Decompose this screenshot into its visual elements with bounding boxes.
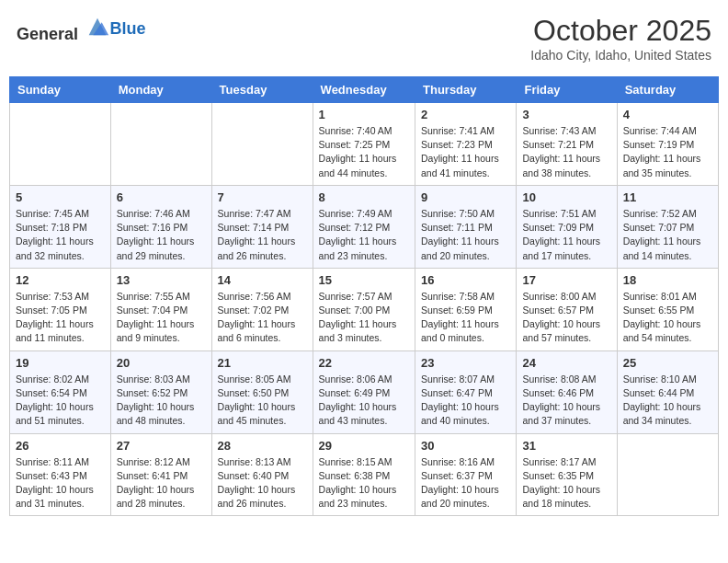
calendar-cell: 11Sunrise: 7:52 AM Sunset: 7:07 PM Dayli…: [617, 185, 718, 268]
day-number: 25: [623, 356, 712, 370]
day-number: 21: [218, 356, 307, 370]
day-info: Sunrise: 7:46 AM Sunset: 7:16 PM Dayligh…: [117, 207, 206, 263]
day-info: Sunrise: 8:17 AM Sunset: 6:35 PM Dayligh…: [522, 455, 610, 511]
day-number: 15: [319, 273, 409, 287]
day-number: 1: [319, 108, 409, 121]
page-header: General Blue October 2025 Idaho City, Id…: [9, 9, 719, 67]
day-info: Sunrise: 7:45 AM Sunset: 7:18 PM Dayligh…: [16, 207, 105, 263]
calendar-week-2: 5Sunrise: 7:45 AM Sunset: 7:18 PM Daylig…: [10, 185, 719, 268]
calendar-cell: [110, 103, 211, 186]
day-info: Sunrise: 7:57 AM Sunset: 7:00 PM Dayligh…: [319, 290, 409, 346]
day-number: 28: [218, 439, 307, 453]
calendar-cell: 29Sunrise: 8:15 AM Sunset: 6:38 PM Dayli…: [313, 433, 415, 516]
weekday-header-friday: Friday: [517, 77, 617, 103]
calendar-cell: 1Sunrise: 7:40 AM Sunset: 7:25 PM Daylig…: [313, 103, 415, 186]
calendar-week-1: 1Sunrise: 7:40 AM Sunset: 7:25 PM Daylig…: [10, 103, 719, 186]
location: Idaho City, Idaho, United States: [530, 48, 711, 63]
calendar-week-4: 19Sunrise: 8:02 AM Sunset: 6:54 PM Dayli…: [10, 350, 719, 433]
day-number: 17: [522, 273, 610, 287]
day-info: Sunrise: 7:47 AM Sunset: 7:14 PM Dayligh…: [218, 207, 307, 263]
day-info: Sunrise: 7:43 AM Sunset: 7:21 PM Dayligh…: [522, 124, 610, 180]
calendar-cell: 2Sunrise: 7:41 AM Sunset: 7:23 PM Daylig…: [415, 103, 517, 186]
calendar-cell: 14Sunrise: 7:56 AM Sunset: 7:02 PM Dayli…: [211, 268, 313, 350]
logo-general: General: [17, 25, 78, 43]
day-info: Sunrise: 7:58 AM Sunset: 6:59 PM Dayligh…: [421, 290, 510, 346]
day-number: 18: [623, 273, 712, 287]
calendar-cell: 26Sunrise: 8:11 AM Sunset: 6:43 PM Dayli…: [10, 433, 111, 516]
logo-icon: [85, 14, 110, 40]
day-number: 23: [421, 356, 510, 370]
day-number: 8: [319, 190, 409, 204]
day-number: 7: [218, 190, 307, 204]
calendar-table: SundayMondayTuesdayWednesdayThursdayFrid…: [9, 76, 719, 516]
day-number: 9: [421, 190, 510, 204]
calendar-cell: 7Sunrise: 7:47 AM Sunset: 7:14 PM Daylig…: [211, 185, 313, 268]
day-number: 16: [421, 273, 510, 287]
calendar-cell: 5Sunrise: 7:45 AM Sunset: 7:18 PM Daylig…: [10, 185, 111, 268]
day-info: Sunrise: 8:01 AM Sunset: 6:55 PM Dayligh…: [623, 290, 712, 346]
calendar-cell: 10Sunrise: 7:51 AM Sunset: 7:09 PM Dayli…: [517, 185, 617, 268]
weekday-header-tuesday: Tuesday: [211, 77, 313, 103]
day-number: 22: [319, 356, 409, 370]
day-number: 2: [421, 108, 510, 121]
day-number: 20: [117, 356, 206, 370]
day-info: Sunrise: 8:12 AM Sunset: 6:41 PM Dayligh…: [117, 455, 206, 511]
day-info: Sunrise: 8:00 AM Sunset: 6:57 PM Dayligh…: [522, 290, 610, 346]
calendar-cell: 9Sunrise: 7:50 AM Sunset: 7:11 PM Daylig…: [415, 185, 517, 268]
weekday-header-wednesday: Wednesday: [313, 77, 415, 103]
calendar-cell: 18Sunrise: 8:01 AM Sunset: 6:55 PM Dayli…: [617, 268, 718, 350]
calendar-cell: 31Sunrise: 8:17 AM Sunset: 6:35 PM Dayli…: [517, 433, 617, 516]
day-number: 27: [117, 439, 206, 453]
day-number: 26: [16, 439, 105, 453]
day-number: 10: [522, 190, 610, 204]
day-info: Sunrise: 8:07 AM Sunset: 6:47 PM Dayligh…: [421, 373, 510, 429]
calendar-cell: 4Sunrise: 7:44 AM Sunset: 7:19 PM Daylig…: [617, 103, 718, 186]
day-info: Sunrise: 8:02 AM Sunset: 6:54 PM Dayligh…: [16, 373, 105, 429]
weekday-header-monday: Monday: [110, 77, 211, 103]
calendar-week-3: 12Sunrise: 7:53 AM Sunset: 7:05 PM Dayli…: [10, 268, 719, 350]
calendar-cell: 17Sunrise: 8:00 AM Sunset: 6:57 PM Dayli…: [517, 268, 617, 350]
weekday-header-thursday: Thursday: [415, 77, 517, 103]
day-number: 29: [319, 439, 409, 453]
calendar-cell: 25Sunrise: 8:10 AM Sunset: 6:44 PM Dayli…: [617, 350, 718, 433]
day-info: Sunrise: 8:03 AM Sunset: 6:52 PM Dayligh…: [117, 373, 206, 429]
day-info: Sunrise: 8:13 AM Sunset: 6:40 PM Dayligh…: [218, 455, 307, 511]
day-info: Sunrise: 8:16 AM Sunset: 6:37 PM Dayligh…: [421, 455, 510, 511]
day-number: 30: [421, 439, 510, 453]
day-number: 31: [522, 439, 610, 453]
day-number: 19: [16, 356, 105, 370]
calendar-cell: 27Sunrise: 8:12 AM Sunset: 6:41 PM Dayli…: [110, 433, 211, 516]
day-info: Sunrise: 7:52 AM Sunset: 7:07 PM Dayligh…: [623, 207, 712, 263]
logo: General Blue: [17, 14, 146, 44]
calendar-cell: 28Sunrise: 8:13 AM Sunset: 6:40 PM Dayli…: [211, 433, 313, 516]
day-info: Sunrise: 7:49 AM Sunset: 7:12 PM Dayligh…: [319, 207, 409, 263]
day-info: Sunrise: 7:41 AM Sunset: 7:23 PM Dayligh…: [421, 124, 510, 180]
calendar-cell: 22Sunrise: 8:06 AM Sunset: 6:49 PM Dayli…: [313, 350, 415, 433]
day-info: Sunrise: 8:15 AM Sunset: 6:38 PM Dayligh…: [319, 455, 409, 511]
weekday-header-row: SundayMondayTuesdayWednesdayThursdayFrid…: [10, 77, 719, 103]
day-number: 13: [117, 273, 206, 287]
title-area: October 2025 Idaho City, Idaho, United S…: [530, 14, 711, 63]
calendar-week-5: 26Sunrise: 8:11 AM Sunset: 6:43 PM Dayli…: [10, 433, 719, 516]
day-number: 14: [218, 273, 307, 287]
day-number: 12: [16, 273, 105, 287]
calendar-cell: [617, 433, 718, 516]
calendar-cell: 30Sunrise: 8:16 AM Sunset: 6:37 PM Dayli…: [415, 433, 517, 516]
day-number: 5: [16, 190, 105, 204]
logo-blue: Blue: [110, 19, 146, 38]
calendar-cell: 20Sunrise: 8:03 AM Sunset: 6:52 PM Dayli…: [110, 350, 211, 433]
day-number: 4: [623, 108, 712, 121]
day-number: 6: [117, 190, 206, 204]
month-title: October 2025: [530, 14, 711, 48]
day-info: Sunrise: 7:40 AM Sunset: 7:25 PM Dayligh…: [319, 124, 409, 180]
day-info: Sunrise: 8:05 AM Sunset: 6:50 PM Dayligh…: [218, 373, 307, 429]
calendar-cell: 3Sunrise: 7:43 AM Sunset: 7:21 PM Daylig…: [517, 103, 617, 186]
weekday-header-saturday: Saturday: [617, 77, 718, 103]
day-number: 11: [623, 190, 712, 204]
day-info: Sunrise: 7:44 AM Sunset: 7:19 PM Dayligh…: [623, 124, 712, 180]
day-info: Sunrise: 8:10 AM Sunset: 6:44 PM Dayligh…: [623, 373, 712, 429]
day-info: Sunrise: 7:53 AM Sunset: 7:05 PM Dayligh…: [16, 290, 105, 346]
day-info: Sunrise: 8:08 AM Sunset: 6:46 PM Dayligh…: [522, 373, 610, 429]
calendar-cell: 23Sunrise: 8:07 AM Sunset: 6:47 PM Dayli…: [415, 350, 517, 433]
calendar-cell: 8Sunrise: 7:49 AM Sunset: 7:12 PM Daylig…: [313, 185, 415, 268]
